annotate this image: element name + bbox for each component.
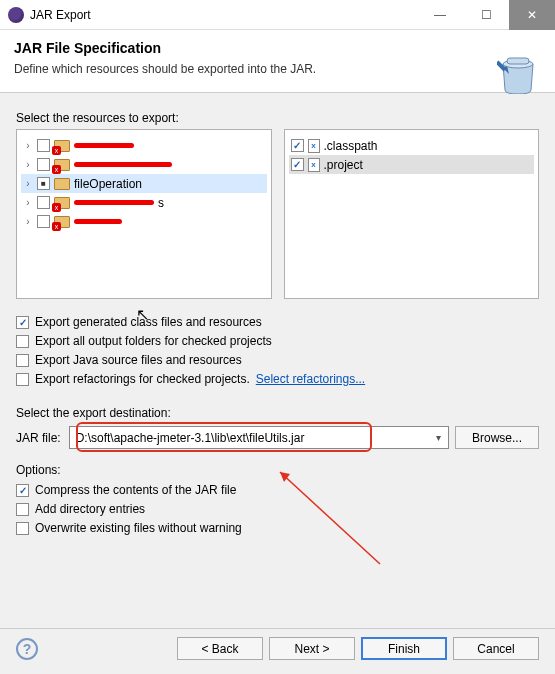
jar-option: Compress the contents of the JAR file	[16, 481, 539, 499]
option-label: Add directory entries	[35, 502, 145, 516]
page-title: JAR File Specification	[14, 40, 541, 56]
wizard-footer: ? < Back Next > Finish Cancel	[0, 628, 555, 674]
titlebar: JAR Export — ☐ ✕	[0, 0, 555, 30]
checkbox[interactable]	[37, 196, 50, 209]
tree-row[interactable]: ›s	[21, 193, 267, 212]
export-option: Export refactorings for checked projects…	[16, 370, 539, 388]
checkbox[interactable]	[37, 215, 50, 228]
expander-icon[interactable]: ›	[23, 197, 33, 208]
destination-label: Select the export destination:	[16, 406, 539, 420]
export-option: Export generated class files and resourc…	[16, 313, 539, 331]
checkbox[interactable]	[16, 335, 29, 348]
expander-icon[interactable]: ›	[23, 216, 33, 227]
jar-icon	[497, 48, 539, 94]
project-icon	[54, 178, 70, 190]
finish-button[interactable]: Finish	[361, 637, 447, 660]
checkbox[interactable]	[37, 177, 50, 190]
project-icon	[54, 197, 70, 209]
option-label: Overwrite existing files without warning	[35, 521, 242, 535]
expander-icon[interactable]: ›	[23, 140, 33, 151]
minimize-button[interactable]: —	[417, 0, 463, 30]
resources-label: Select the resources to export:	[16, 111, 539, 125]
redacted-text	[74, 219, 122, 224]
page-description: Define which resources should be exporte…	[14, 62, 541, 76]
next-button[interactable]: Next >	[269, 637, 355, 660]
file-row[interactable]: x .project	[289, 155, 535, 174]
projects-tree[interactable]: ›››fileOperation›s›	[16, 129, 272, 299]
wizard-header: JAR File Specification Define which reso…	[0, 30, 555, 93]
redacted-text	[74, 143, 134, 148]
redacted-text	[74, 200, 154, 205]
options-title: Options:	[16, 463, 539, 477]
back-button[interactable]: < Back	[177, 637, 263, 660]
option-label: Export Java source files and resources	[35, 353, 242, 367]
redacted-text	[74, 162, 172, 167]
file-icon: x	[308, 139, 320, 153]
checkbox[interactable]	[16, 373, 29, 386]
cancel-button[interactable]: Cancel	[453, 637, 539, 660]
project-icon	[54, 159, 70, 171]
checkbox[interactable]	[16, 354, 29, 367]
browse-button[interactable]: Browse...	[455, 426, 539, 449]
jar-option: Overwrite existing files without warning	[16, 519, 539, 537]
eclipse-icon	[8, 7, 24, 23]
jar-options: Compress the contents of the JAR file Ad…	[16, 481, 539, 537]
svg-rect-1	[507, 58, 529, 64]
expander-icon[interactable]: ›	[23, 178, 33, 189]
tree-row[interactable]: ›fileOperation	[21, 174, 267, 193]
checkbox[interactable]	[16, 484, 29, 497]
select-refactorings-link[interactable]: Select refactorings...	[256, 372, 365, 386]
project-icon	[54, 216, 70, 228]
tree-row[interactable]: ›	[21, 155, 267, 174]
option-label: Export all output folders for checked pr…	[35, 334, 272, 348]
files-list[interactable]: x .classpath x .project	[284, 129, 540, 299]
tree-item-label: fileOperation	[74, 177, 142, 191]
file-icon: x	[308, 158, 320, 172]
project-icon	[54, 140, 70, 152]
tree-item-suffix: s	[158, 196, 164, 210]
checkbox[interactable]	[16, 522, 29, 535]
file-name: .project	[324, 158, 363, 172]
checkbox[interactable]	[16, 316, 29, 329]
export-option: Export all output folders for checked pr…	[16, 332, 539, 350]
export-options: Export generated class files and resourc…	[16, 313, 539, 388]
jar-file-label: JAR file:	[16, 431, 61, 445]
expander-icon[interactable]: ›	[23, 159, 33, 170]
checkbox[interactable]	[291, 139, 304, 152]
file-row[interactable]: x .classpath	[289, 136, 535, 155]
checkbox[interactable]	[16, 503, 29, 516]
help-button[interactable]: ?	[16, 638, 38, 660]
file-name: .classpath	[324, 139, 378, 153]
option-label: Compress the contents of the JAR file	[35, 483, 236, 497]
export-option: Export Java source files and resources	[16, 351, 539, 369]
checkbox[interactable]	[37, 139, 50, 152]
maximize-button[interactable]: ☐	[463, 0, 509, 30]
option-label: Export refactorings for checked projects…	[35, 372, 250, 386]
jar-file-input[interactable]	[69, 426, 449, 449]
tree-row[interactable]: ›	[21, 212, 267, 231]
tree-row[interactable]: ›	[21, 136, 267, 155]
checkbox[interactable]	[291, 158, 304, 171]
checkbox[interactable]	[37, 158, 50, 171]
option-label: Export generated class files and resourc…	[35, 315, 262, 329]
jar-option: Add directory entries	[16, 500, 539, 518]
close-button[interactable]: ✕	[509, 0, 555, 30]
